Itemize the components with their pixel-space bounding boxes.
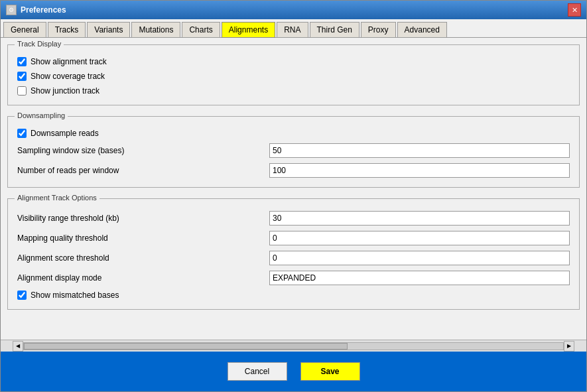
content-area: Track Display Show alignment track Show … bbox=[1, 38, 586, 352]
show-junction-track-row: Show junction track bbox=[17, 86, 570, 96]
title-bar: ⚙ Preferences ✕ bbox=[1, 1, 586, 19]
track-display-section: Track Display Show alignment track Show … bbox=[7, 44, 580, 105]
show-mismatched-bases-row: Show mismatched bases bbox=[17, 291, 570, 300]
show-coverage-track-checkbox[interactable] bbox=[17, 72, 27, 81]
show-alignment-track-checkbox[interactable] bbox=[17, 57, 27, 66]
reads-per-window-input[interactable] bbox=[269, 163, 570, 178]
mapping-quality-row: Mapping quality threshold bbox=[17, 231, 570, 245]
tab-tracks[interactable]: Tracks bbox=[48, 22, 86, 37]
sampling-window-size-row: Sampling window size (bases) bbox=[17, 143, 570, 158]
track-display-label: Track Display bbox=[15, 40, 64, 48]
tab-bar: General Tracks Variants Mutations Charts… bbox=[1, 19, 586, 38]
app-icon: ⚙ bbox=[6, 5, 17, 15]
close-button[interactable]: ✕ bbox=[568, 3, 581, 17]
tab-rna[interactable]: RNA bbox=[277, 22, 308, 37]
reads-per-window-label: Number of reads per window bbox=[17, 166, 269, 175]
scroll-right-button[interactable]: ▶ bbox=[564, 341, 574, 352]
alignment-score-label: Alignment score threshold bbox=[17, 253, 269, 263]
tab-advanced[interactable]: Advanced bbox=[397, 22, 447, 37]
scrollbar-thumb[interactable] bbox=[24, 343, 348, 350]
show-coverage-track-label: Show coverage track bbox=[31, 72, 105, 81]
visibility-range-input[interactable] bbox=[269, 211, 570, 226]
alignment-track-options-section: Alignment Track Options Visibility range… bbox=[7, 198, 580, 310]
tab-third-gen[interactable]: Third Gen bbox=[310, 22, 359, 37]
alignment-display-mode-row: Alignment display mode bbox=[17, 271, 570, 285]
tab-general[interactable]: General bbox=[3, 22, 46, 37]
show-alignment-track-row: Show alignment track bbox=[17, 57, 570, 66]
scroll-container[interactable]: Track Display Show alignment track Show … bbox=[1, 38, 586, 340]
show-mismatched-bases-checkbox[interactable] bbox=[17, 291, 27, 300]
alignment-score-input[interactable] bbox=[269, 251, 570, 265]
show-junction-track-label: Show junction track bbox=[31, 86, 99, 96]
title-bar-left: ⚙ Preferences bbox=[6, 5, 66, 15]
downsampling-section: Downsampling Downsample reads Sampling w… bbox=[7, 116, 580, 188]
preferences-window: ⚙ Preferences ✕ General Tracks Variants … bbox=[0, 0, 587, 392]
tab-charts[interactable]: Charts bbox=[182, 22, 220, 37]
reads-per-window-row: Number of reads per window bbox=[17, 163, 570, 178]
downsample-reads-checkbox[interactable] bbox=[17, 129, 27, 138]
downsampling-label: Downsampling bbox=[15, 111, 68, 119]
window-title: Preferences bbox=[21, 5, 66, 15]
save-button[interactable]: Save bbox=[300, 362, 360, 381]
scrollbar-track[interactable] bbox=[23, 342, 564, 350]
mapping-quality-input[interactable] bbox=[269, 231, 570, 245]
downsample-reads-row: Downsample reads bbox=[17, 129, 570, 138]
tab-variants[interactable]: Variants bbox=[87, 22, 130, 37]
show-coverage-track-row: Show coverage track bbox=[17, 72, 570, 81]
scroll-left-button[interactable]: ◀ bbox=[13, 341, 23, 352]
tab-proxy[interactable]: Proxy bbox=[361, 22, 396, 37]
visibility-range-row: Visibility range threshold (kb) bbox=[17, 211, 570, 226]
horizontal-scrollbar[interactable]: ◀ ▶ bbox=[1, 340, 586, 352]
tab-alignments[interactable]: Alignments bbox=[222, 22, 275, 38]
tab-mutations[interactable]: Mutations bbox=[131, 22, 180, 37]
alignment-display-mode-label: Alignment display mode bbox=[17, 273, 269, 283]
alignment-track-options-label: Alignment Track Options bbox=[15, 194, 99, 202]
mapping-quality-label: Mapping quality threshold bbox=[17, 233, 269, 243]
alignment-score-row: Alignment score threshold bbox=[17, 251, 570, 265]
bottom-bar: Cancel Save bbox=[1, 352, 586, 391]
alignment-display-mode-input[interactable] bbox=[269, 271, 570, 285]
visibility-range-label: Visibility range threshold (kb) bbox=[17, 214, 269, 223]
show-mismatched-bases-label: Show mismatched bases bbox=[31, 291, 119, 300]
show-alignment-track-label: Show alignment track bbox=[31, 57, 107, 66]
sampling-window-size-label: Sampling window size (bases) bbox=[17, 146, 269, 155]
downsample-reads-label: Downsample reads bbox=[31, 129, 99, 138]
cancel-button[interactable]: Cancel bbox=[228, 362, 287, 381]
sampling-window-size-input[interactable] bbox=[269, 143, 570, 158]
show-junction-track-checkbox[interactable] bbox=[17, 86, 27, 96]
